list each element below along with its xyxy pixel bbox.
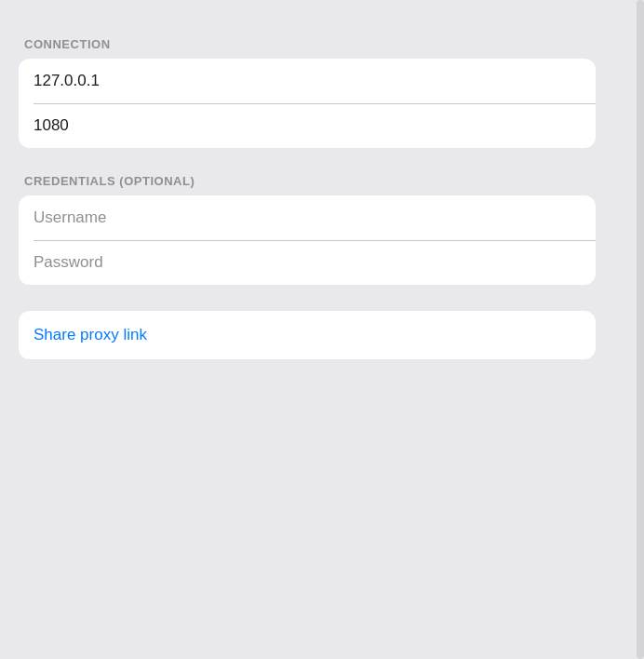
- credentials-card: Username Password: [19, 195, 596, 285]
- host-field: 127.0.0.1: [19, 59, 596, 103]
- password-field[interactable]: Password: [19, 240, 596, 285]
- username-field[interactable]: Username: [19, 195, 596, 240]
- scrollbar[interactable]: [637, 0, 644, 659]
- share-card: Share proxy link: [19, 311, 596, 359]
- share-proxy-link-button[interactable]: Share proxy link: [19, 311, 596, 359]
- connection-section-label: CONNECTION: [19, 37, 596, 51]
- credentials-section-label: CREDENTIALS (OPTIONAL): [19, 174, 596, 188]
- port-field: 1080: [19, 103, 596, 148]
- connection-card: 127.0.0.1 1080: [19, 59, 596, 148]
